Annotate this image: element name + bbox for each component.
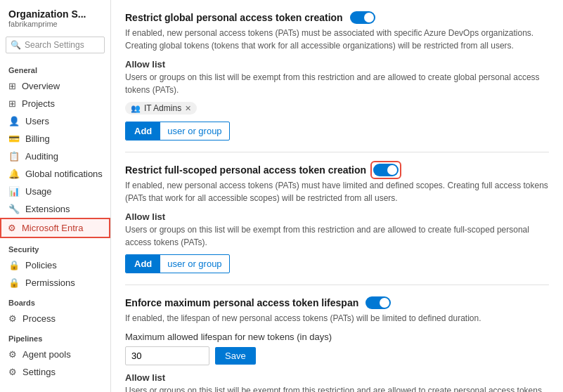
tag-label: IT Admins	[144, 103, 181, 113]
full-scoped-pat-toggle-thumb	[387, 165, 397, 175]
sidebar-item-users[interactable]: 👤 Users	[0, 112, 110, 130]
sidebar-item-projects[interactable]: ⊞ Projects	[0, 95, 110, 112]
max-lifespan-allow-list-title: Allow list	[125, 372, 549, 383]
agent-pools-icon: ⚙	[8, 349, 17, 360]
sidebar-item-process[interactable]: ⚙ Process	[0, 310, 110, 327]
global-pat-desc: If enabled, new personal access tokens (…	[125, 27, 549, 52]
sidebar-label-billing: Billing	[25, 133, 50, 144]
notifications-icon: 🔔	[8, 169, 20, 179]
global-pat-block: Restrict global personal access token cr…	[125, 0, 549, 152]
max-lifespan-input-row: Save	[125, 346, 549, 365]
overview-icon: ⊞	[8, 81, 16, 91]
section-pipelines: Pipelines	[0, 327, 110, 346]
sidebar-label-process: Process	[22, 313, 56, 324]
tag-close-icon[interactable]: ✕	[185, 104, 191, 113]
usage-icon: 📊	[8, 186, 20, 197]
full-scoped-allow-list-title: Allow list	[125, 211, 549, 222]
extensions-icon: 🔧	[8, 204, 20, 214]
full-scoped-pat-desc: If enabled, new personal access tokens (…	[125, 179, 549, 204]
org-sub: fabrikamprime	[8, 20, 102, 28]
sidebar-label-global-notifications: Global notifications	[25, 169, 103, 179]
max-lifespan-block: Enforce maximum personal access token li…	[125, 285, 549, 392]
max-lifespan-toggle-thumb	[380, 298, 389, 308]
policies-icon: 🔒	[8, 260, 20, 270]
sidebar-label-users: Users	[25, 116, 49, 126]
full-scoped-pat-allow-list: Allow list Users or groups on this list …	[125, 211, 549, 273]
sidebar-item-permissions[interactable]: 🔒 Permissions	[0, 274, 110, 292]
full-scoped-add-button[interactable]: Add user or group	[125, 254, 230, 273]
it-admins-tag: 👥 IT Admins ✕	[125, 102, 197, 115]
global-pat-allow-list-desc: Users or groups on this list will be exe…	[125, 71, 549, 96]
permissions-icon: 🔒	[8, 277, 20, 288]
sidebar-label-settings: Settings	[22, 367, 56, 377]
global-pat-toggle-track	[350, 11, 375, 24]
max-lifespan-label: Maximum allowed lifespan for new tokens …	[125, 332, 549, 342]
add-label[interactable]: Add	[126, 122, 160, 140]
add-text[interactable]: user or group	[160, 122, 228, 140]
section-security: Security	[0, 238, 110, 256]
settings-icon: ⚙	[8, 367, 17, 377]
sidebar-label-usage: Usage	[25, 186, 52, 197]
sidebar-item-settings[interactable]: ⚙ Settings	[0, 363, 110, 381]
global-pat-allow-list: Allow list Users or groups on this list …	[125, 59, 549, 141]
save-button[interactable]: Save	[215, 347, 256, 365]
sidebar-label-projects: Projects	[22, 98, 55, 109]
global-pat-toggle[interactable]	[350, 11, 375, 24]
full-scoped-allow-list-desc: Users or groups on this list will be exe…	[125, 223, 549, 249]
microsoft-entra-icon: ⚙	[8, 223, 16, 233]
projects-icon: ⊞	[8, 98, 16, 109]
sidebar-label-extensions: Extensions	[25, 204, 70, 214]
sidebar-label-auditing: Auditing	[25, 151, 58, 162]
main-content: Restrict global personal access token cr…	[111, 0, 563, 392]
sidebar-item-overview[interactable]: ⊞ Overview	[0, 77, 110, 95]
users-icon: 👤	[8, 116, 20, 126]
full-scoped-pat-toggle-track	[373, 164, 399, 176]
sidebar-item-extensions[interactable]: 🔧 Extensions	[0, 200, 110, 218]
max-lifespan-input[interactable]	[125, 346, 209, 365]
sidebar-label-policies: Policies	[25, 260, 57, 270]
search-box[interactable]: 🔍 Search Settings	[6, 37, 105, 53]
sidebar-item-agent-pools[interactable]: ⚙ Agent pools	[0, 346, 110, 363]
sidebar-label-agent-pools: Agent pools	[22, 349, 71, 360]
max-lifespan-allow-list-desc: Users or groups on this list will be exe…	[125, 384, 549, 392]
global-pat-title: Restrict global personal access token cr…	[125, 11, 549, 24]
auditing-icon: 📋	[8, 151, 20, 162]
global-pat-allow-list-title: Allow list	[125, 59, 549, 70]
global-pat-toggle-thumb	[364, 13, 374, 22]
full-scoped-pat-title: Restrict full-scoped personal access tok…	[125, 164, 549, 176]
search-icon: 🔍	[11, 40, 21, 50]
sidebar-label-microsoft-entra: Microsoft Entra	[22, 223, 83, 233]
max-lifespan-toggle-track	[365, 296, 391, 309]
sidebar-item-billing[interactable]: 💳 Billing	[0, 130, 110, 148]
sidebar-item-auditing[interactable]: 📋 Auditing	[0, 148, 110, 165]
global-pat-add-button[interactable]: Add user or group	[125, 122, 230, 141]
billing-icon: 💳	[8, 133, 20, 144]
org-header: Organization S... fabrikamprime	[0, 0, 110, 31]
full-scoped-pat-toggle[interactable]	[373, 164, 399, 176]
sidebar-label-permissions: Permissions	[25, 277, 75, 288]
add-label[interactable]: Add	[126, 255, 160, 273]
sidebar-item-usage[interactable]: 📊 Usage	[0, 183, 110, 200]
section-boards: Boards	[0, 292, 110, 310]
process-icon: ⚙	[8, 313, 17, 324]
section-general: General	[0, 59, 110, 77]
search-placeholder: Search Settings	[25, 40, 84, 50]
max-lifespan-desc: If enabled, the lifespan of new personal…	[125, 312, 549, 325]
full-scoped-pat-block: Restrict full-scoped personal access tok…	[125, 152, 549, 285]
add-text[interactable]: user or group	[160, 255, 228, 273]
max-lifespan-title: Enforce maximum personal access token li…	[125, 296, 549, 309]
sidebar-item-global-notifications[interactable]: 🔔 Global notifications	[0, 165, 110, 183]
sidebar: Organization S... fabrikamprime 🔍 Search…	[0, 0, 111, 392]
sidebar-item-microsoft-entra[interactable]: ⚙ Microsoft Entra	[0, 218, 110, 238]
sidebar-label-overview: Overview	[22, 81, 60, 91]
max-lifespan-toggle[interactable]	[365, 296, 391, 309]
sidebar-item-policies[interactable]: 🔒 Policies	[0, 256, 110, 274]
global-pat-tags: 👥 IT Admins ✕	[125, 102, 549, 115]
max-lifespan-allow-list: Allow list Users or groups on this list …	[125, 372, 549, 392]
tag-user-icon: 👥	[131, 104, 141, 113]
org-name: Organization S...	[8, 8, 102, 20]
